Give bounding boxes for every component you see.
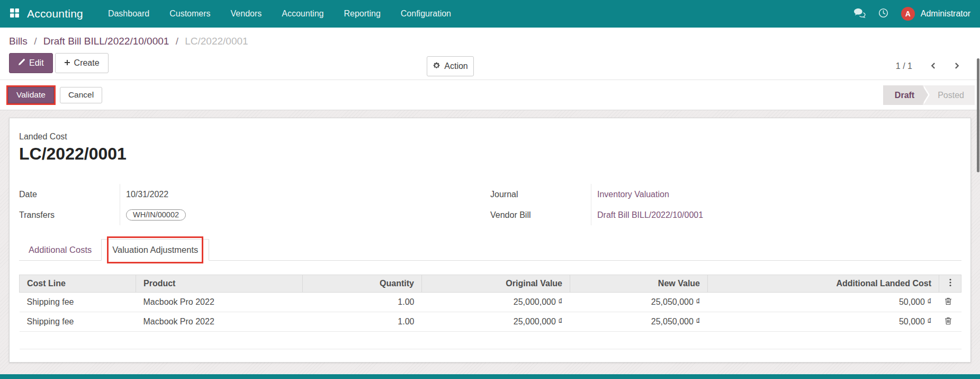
- table-row[interactable]: Shipping fee Macbook Pro 2022 1.00 25,00…: [20, 312, 961, 332]
- status-draft[interactable]: Draft: [883, 85, 923, 105]
- top-navbar: Accounting Dashboard Customers Vendors A…: [0, 0, 980, 28]
- breadcrumb: Bills / Draft Bill BILL/2022/10/0001 / L…: [9, 34, 980, 49]
- cell-new-value: 25,050,000 ₫: [570, 293, 708, 312]
- footer-strip: [0, 374, 980, 379]
- scrollbar[interactable]: [977, 58, 979, 172]
- cell-quantity: 1.00: [303, 312, 422, 332]
- gear-icon: [433, 61, 440, 72]
- status-widget: Draft Posted: [883, 85, 975, 105]
- navbar-right: A Administrator: [853, 7, 973, 21]
- activities-clock-icon: [878, 8, 888, 20]
- breadcrumb-separator: /: [30, 36, 40, 47]
- action-button[interactable]: Action: [427, 56, 474, 76]
- validate-button[interactable]: Validate: [8, 87, 54, 103]
- field-group-right: Journal Inventory Valuation Vendor Bill …: [490, 184, 961, 225]
- nav-item-accounting[interactable]: Accounting: [272, 0, 334, 28]
- notebook-tabs: Additional Costs Valuation Adjustments: [19, 239, 961, 261]
- field-date: Date 10/31/2022: [19, 184, 490, 205]
- create-button-label: Create: [74, 58, 100, 68]
- vendor-bill-value: Draft Bill BILL/2022/10/0001: [591, 205, 961, 225]
- vertical-ellipsis-icon: [949, 279, 951, 288]
- cell-product: Macbook Pro 2022: [136, 312, 303, 332]
- delete-row-button[interactable]: [943, 316, 953, 328]
- optional-columns-button[interactable]: [939, 275, 961, 293]
- nav-item-vendors[interactable]: Vendors: [221, 0, 272, 28]
- pencil-icon: [18, 58, 25, 68]
- apps-menu-button[interactable]: [7, 6, 22, 22]
- activities-button[interactable]: [878, 8, 888, 20]
- cell-product: Macbook Pro 2022: [136, 293, 303, 312]
- table-row[interactable]: Shipping fee Macbook Pro 2022 1.00 25,00…: [20, 293, 961, 312]
- control-panel-buttons: Edit Create Action 1 / 1: [9, 53, 980, 73]
- col-new-value[interactable]: New Value: [570, 275, 708, 293]
- col-additional-landed-cost[interactable]: Additional Landed Cost: [708, 275, 939, 293]
- nav-item-customers[interactable]: Customers: [159, 0, 220, 28]
- field-journal: Journal Inventory Valuation: [490, 184, 961, 205]
- user-name: Administrator: [921, 9, 970, 19]
- pager-counter: 1 / 1: [896, 61, 912, 71]
- field-transfers: Transfers WH/IN/00002: [19, 205, 490, 225]
- control-panel: Bills / Draft Bill BILL/2022/10/0001 / L…: [0, 28, 980, 80]
- field-group: Date 10/31/2022 Transfers WH/IN/00002 Jo…: [19, 184, 961, 225]
- date-label: Date: [19, 190, 120, 199]
- journal-link[interactable]: Inventory Valuation: [597, 190, 669, 199]
- col-cost-line[interactable]: Cost Line: [20, 275, 136, 293]
- breadcrumb-draft-bill[interactable]: Draft Bill BILL/2022/10/0001: [43, 36, 169, 47]
- pager-next-button[interactable]: [949, 60, 964, 73]
- content-area: Landed Cost LC/2022/0001 Date 10/31/2022…: [0, 110, 980, 378]
- cell-cost-line: Shipping fee: [20, 312, 136, 332]
- pager-previous-button[interactable]: [926, 60, 941, 73]
- action-button-label: Action: [444, 61, 467, 71]
- col-original-value[interactable]: Original Value: [422, 275, 570, 293]
- field-group-left: Date 10/31/2022 Transfers WH/IN/00002: [19, 184, 490, 225]
- cell-cost-line: Shipping fee: [20, 293, 136, 312]
- app-name[interactable]: Accounting: [27, 7, 83, 20]
- messages-icon: [853, 8, 866, 20]
- cell-additional-landed-cost: 50,000 ₫: [708, 293, 939, 312]
- edit-button-label: Edit: [29, 58, 44, 68]
- nav-item-reporting[interactable]: Reporting: [334, 0, 390, 28]
- delete-row-button[interactable]: [943, 296, 953, 308]
- col-product[interactable]: Product: [136, 275, 303, 293]
- user-menu[interactable]: A Administrator: [901, 7, 970, 21]
- tab-valuation-adjustments[interactable]: Valuation Adjustments: [101, 239, 209, 261]
- cell-new-value: 25,050,000 ₫: [570, 312, 708, 332]
- form-statusbar: Validate Cancel Draft Posted: [0, 80, 980, 110]
- edit-button[interactable]: Edit: [9, 53, 53, 73]
- status-posted[interactable]: Posted: [923, 85, 975, 105]
- cell-additional-landed-cost: 50,000 ₫: [708, 312, 939, 332]
- main-menu: Dashboard Customers Vendors Accounting R…: [98, 0, 461, 28]
- cancel-button[interactable]: Cancel: [60, 87, 102, 103]
- vendor-bill-link[interactable]: Draft Bill BILL/2022/10/0001: [597, 210, 703, 220]
- nav-item-dashboard[interactable]: Dashboard: [98, 0, 159, 28]
- transfer-badge: WH/IN/00002: [126, 209, 186, 221]
- breadcrumb-separator: /: [172, 36, 182, 47]
- plus-icon: [64, 58, 70, 68]
- form-sheet: Landed Cost LC/2022/0001 Date 10/31/2022…: [9, 118, 971, 363]
- avatar: A: [901, 7, 915, 21]
- valuation-adjustments-table: Cost Line Product Quantity Original Valu…: [19, 275, 961, 349]
- date-value: 10/31/2022: [120, 184, 490, 205]
- col-quantity[interactable]: Quantity: [303, 275, 422, 293]
- tab-annotation-box: Valuation Adjustments: [107, 236, 203, 263]
- cell-quantity: 1.00: [303, 293, 422, 312]
- tab-additional-costs[interactable]: Additional Costs: [19, 239, 101, 260]
- breadcrumb-bills[interactable]: Bills: [9, 36, 28, 47]
- table-header-row: Cost Line Product Quantity Original Valu…: [20, 275, 961, 293]
- field-vendor-bill: Vendor Bill Draft Bill BILL/2022/10/0001: [490, 205, 961, 225]
- record-title: LC/2022/0001: [19, 144, 961, 164]
- journal-value: Inventory Valuation: [591, 184, 961, 205]
- apps-grid-icon: [10, 8, 20, 20]
- nav-item-configuration[interactable]: Configuration: [391, 0, 461, 28]
- chevron-right-icon: [953, 62, 960, 71]
- empty-row: [20, 332, 961, 349]
- trash-icon: [945, 319, 952, 327]
- journal-label: Journal: [490, 190, 591, 199]
- cell-original-value: 25,000,000 ₫: [422, 312, 570, 332]
- odoo-app-window: Accounting Dashboard Customers Vendors A…: [0, 0, 980, 379]
- messages-button[interactable]: [853, 8, 866, 20]
- transfers-label: Transfers: [19, 210, 120, 220]
- sheet-label: Landed Cost: [19, 132, 961, 142]
- vendor-bill-label: Vendor Bill: [490, 210, 591, 220]
- create-button[interactable]: Create: [55, 53, 109, 73]
